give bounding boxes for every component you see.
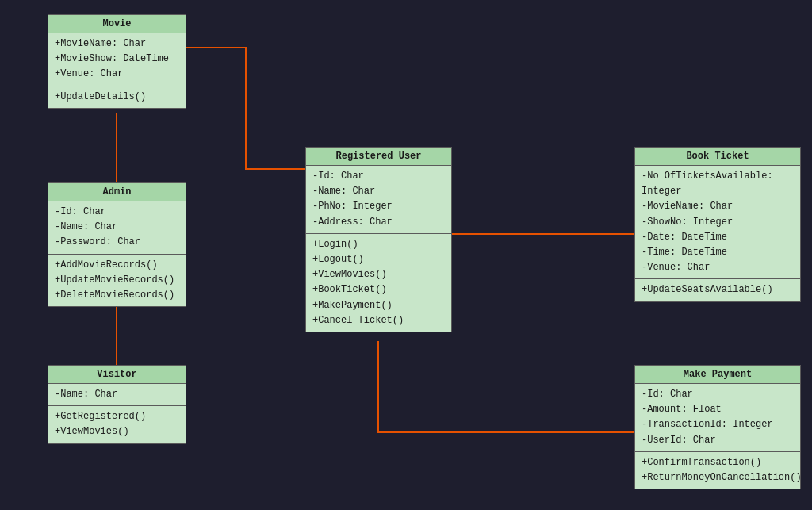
mp-attr-2: -Amount: Float xyxy=(642,402,794,417)
reg-method-3: +ViewMovies() xyxy=(312,267,445,282)
visitor-class-methods: +GetRegistered() +ViewMovies() xyxy=(48,406,186,443)
movie-attr-2: +MovieShow: DateTime xyxy=(55,52,179,67)
make-payment-class-header: Make Payment xyxy=(635,366,800,384)
admin-method-3: +DeleteMovieRecords() xyxy=(55,288,179,303)
bt-attr-2: -MovieName: Char xyxy=(642,199,794,214)
mp-method-2: +ReturnMoneyOnCancellation() xyxy=(642,470,794,485)
admin-class-methods: +AddMovieRecords() +UpdateMovieRecords()… xyxy=(48,255,186,307)
visitor-class: Visitor -Name: Char +GetRegistered() +Vi… xyxy=(48,365,186,444)
registered-to-makepayment-connector xyxy=(378,341,634,432)
movie-class-methods: +UpdateDetails() xyxy=(48,86,186,108)
reg-method-6: +Cancel Ticket() xyxy=(312,313,445,328)
admin-class-attributes: -Id: Char -Name: Char -Password: Char xyxy=(48,201,186,255)
reg-attr-1: -Id: Char xyxy=(312,169,445,184)
admin-method-1: +AddMovieRecords() xyxy=(55,258,179,273)
registered-user-class: Registered User -Id: Char -Name: Char -P… xyxy=(305,147,452,332)
registered-user-class-attributes: -Id: Char -Name: Char -PhNo: Integer -Ad… xyxy=(306,166,451,234)
movie-class-header: Movie xyxy=(48,15,186,33)
movie-class: Movie +MovieName: Char +MovieShow: DateT… xyxy=(48,14,186,109)
reg-method-1: +Login() xyxy=(312,237,445,252)
movie-attr-1: +MovieName: Char xyxy=(55,36,179,52)
make-payment-class-methods: +ConfirmTransaction() +ReturnMoneyOnCanc… xyxy=(635,452,800,489)
mp-attr-1: -Id: Char xyxy=(642,387,794,402)
make-payment-class: Make Payment -Id: Char -Amount: Float -T… xyxy=(634,365,801,489)
visitor-class-attributes: -Name: Char xyxy=(48,384,186,406)
make-payment-class-attributes: -Id: Char -Amount: Float -TransactionId:… xyxy=(635,384,800,452)
registered-user-class-methods: +Login() +Logout() +ViewMovies() +BookTi… xyxy=(306,234,451,332)
bt-attr-4: -Date: DateTime xyxy=(642,230,794,245)
registered-user-class-header: Registered User xyxy=(306,148,451,166)
admin-attr-3: -Password: Char xyxy=(55,235,179,250)
reg-method-4: +BookTicket() xyxy=(312,282,445,297)
movie-attr-3: +Venue: Char xyxy=(55,67,179,82)
admin-method-2: +UpdateMovieRecords() xyxy=(55,273,179,288)
visitor-attr-1: -Name: Char xyxy=(55,387,179,402)
book-ticket-class-methods: +UpdateSeatsAvailable() xyxy=(635,279,800,301)
reg-attr-3: -PhNo: Integer xyxy=(312,199,445,214)
bt-attr-5: -Time: DateTime xyxy=(642,245,794,260)
mp-attr-4: -UserId: Char xyxy=(642,433,794,448)
mp-attr-3: -TransactionId: Integer xyxy=(642,417,794,432)
book-ticket-class-header: Book Ticket xyxy=(635,148,800,166)
movie-to-registered-connector xyxy=(186,48,305,169)
admin-class: Admin -Id: Char -Name: Char -Password: C… xyxy=(48,182,186,307)
bt-attr-6: -Venue: Char xyxy=(642,260,794,275)
admin-attr-1: -Id: Char xyxy=(55,205,179,220)
mp-method-1: +ConfirmTransaction() xyxy=(642,455,794,470)
visitor-method-1: +GetRegistered() xyxy=(55,409,179,424)
reg-method-5: +MakePayment() xyxy=(312,298,445,313)
diagram-container: Movie +MovieName: Char +MovieShow: DateT… xyxy=(0,0,812,510)
reg-attr-2: -Name: Char xyxy=(312,184,445,199)
book-ticket-class: Book Ticket -No OfTicketsAvailable: Inte… xyxy=(634,147,801,302)
admin-attr-2: -Name: Char xyxy=(55,220,179,235)
admin-class-header: Admin xyxy=(48,183,186,201)
movie-method-1: +UpdateDetails() xyxy=(55,90,179,105)
bt-attr-3: -ShowNo: Integer xyxy=(642,215,794,230)
movie-class-attributes: +MovieName: Char +MovieShow: DateTime +V… xyxy=(48,33,186,86)
bt-method-1: +UpdateSeatsAvailable() xyxy=(642,282,794,297)
visitor-class-header: Visitor xyxy=(48,366,186,384)
visitor-method-2: +ViewMovies() xyxy=(55,424,179,439)
bt-attr-1: -No OfTicketsAvailable: Integer xyxy=(642,169,794,199)
reg-method-2: +Logout() xyxy=(312,252,445,267)
book-ticket-class-attributes: -No OfTicketsAvailable: Integer -MovieNa… xyxy=(635,166,800,279)
reg-attr-4: -Address: Char xyxy=(312,215,445,230)
